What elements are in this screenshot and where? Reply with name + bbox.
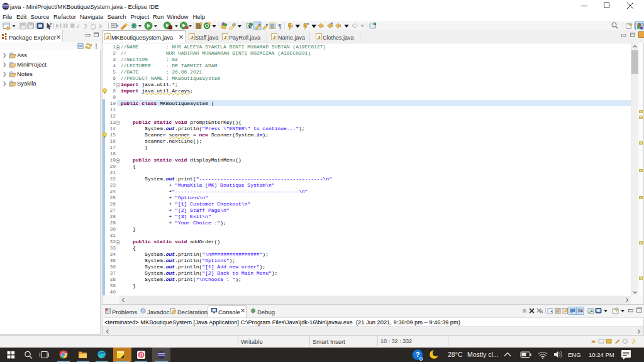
svg-text:¶: ¶: [278, 23, 282, 30]
svg-text:J: J: [318, 35, 320, 40]
svg-text:J: J: [191, 35, 193, 40]
svg-text:J: J: [106, 35, 109, 40]
svg-text:@: @: [141, 309, 145, 313]
svg-text:?: ?: [416, 351, 420, 358]
svg-text:J: J: [273, 35, 275, 40]
svg-text:J: J: [224, 35, 226, 40]
